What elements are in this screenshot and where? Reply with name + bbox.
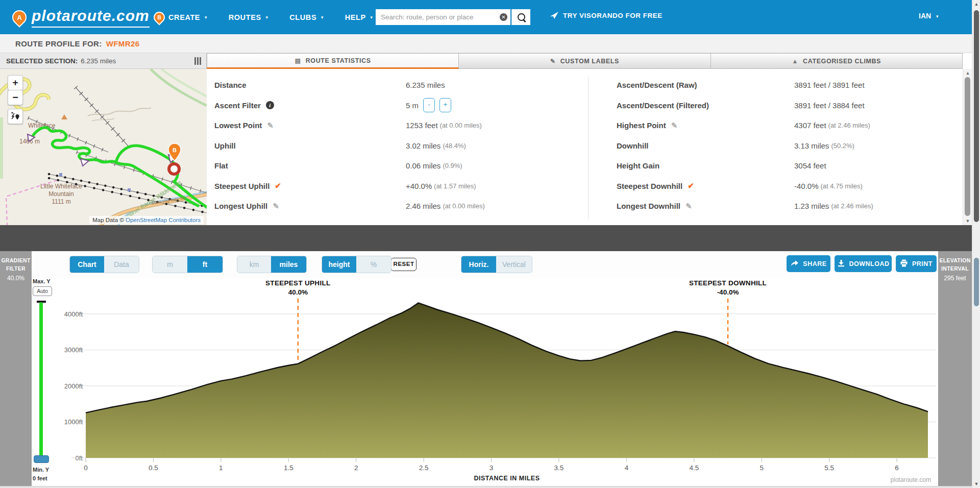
y-slider-min-handle[interactable] (34, 455, 49, 463)
annotation-value: -40.0% (717, 288, 739, 296)
stat-value-ascent-filter: 5 m-+ (406, 95, 451, 115)
edit-pencil-icon[interactable]: ✎ (267, 121, 274, 130)
peak2-name-2: Mountain (48, 190, 74, 198)
toggle-horiz[interactable]: Horiz. (461, 256, 496, 273)
promo-link[interactable]: TRY VISORANDO FOR FREE (550, 12, 663, 19)
stat-label: Downhill (617, 141, 649, 150)
auto-scale-button[interactable]: Auto (33, 286, 52, 296)
stat-row-ascent-descent-filtered-: Ascent/Descent (Filtered) (617, 95, 709, 115)
stat-value-ascent-descent-filtered-: 3891 feet / 3884 feet (794, 95, 865, 115)
page-scrollbar[interactable]: ▲ ▼ (972, 0, 980, 488)
navbar: A plotaroute.com B CREATE▼ROUTES▼CLUBS▼H… (0, 0, 980, 34)
tab-categorised-climbs[interactable]: ▲CATEGORISED CLIMBS (711, 53, 963, 69)
print-button[interactable]: PRINT (896, 255, 937, 272)
download-icon (837, 259, 845, 269)
toggle-%[interactable]: % (356, 256, 391, 273)
share-button[interactable]: SHARE (787, 255, 830, 272)
toggle-ft[interactable]: ft (187, 256, 223, 273)
toggle-miles[interactable]: miles (271, 256, 306, 273)
map-canvas: Whiteface 1466 m Little Whiteface Mounta… (0, 69, 207, 225)
stat-label: Longest Uphill✎ (214, 202, 279, 211)
edit-pencil-icon[interactable]: ✎ (685, 202, 692, 211)
info-icon[interactable]: i (266, 101, 274, 109)
nav-menu-clubs[interactable]: CLUBS▼ (289, 13, 324, 21)
stat-row-steepest-downhill: Steepest Downhill✔ (617, 176, 694, 196)
stat-value-steepest-downhill: -40.0%(at 4.75 miles) (794, 176, 863, 196)
toggle-vertical[interactable]: Vertical (496, 256, 532, 273)
selected-section-bar: SELECTED SECTION: 6.235 miles (0, 53, 207, 69)
search-clear-icon[interactable]: ✕ (500, 13, 507, 21)
edit-pencil-icon[interactable]: ✎ (273, 202, 279, 211)
svg-text:B: B (173, 147, 177, 153)
chart-toolbar: RESET ChartDatamftkmmilesheight%Horiz.Ve… (32, 251, 938, 279)
x-tick-label: 5.5 (824, 464, 834, 472)
y-tick-label: 3000ft (64, 346, 83, 354)
stat-value-steepest-uphill: +40.0%(at 1.57 miles) (406, 176, 476, 196)
search-input[interactable] (376, 13, 500, 21)
panel-resize-grip-icon[interactable] (194, 57, 201, 65)
gradient-filter-title: GRADIENTFILTER (0, 256, 32, 273)
stat-row-flat: Flat (214, 156, 228, 176)
stat-value-longest-uphill: 2.46 miles(at 0.00 miles) (406, 196, 485, 216)
toggle-group: ChartData (69, 256, 139, 273)
stats-tabs: ▤ROUTE STATISTICS✎CUSTOM LABELS▲CATEGORI… (207, 53, 963, 69)
chart-scroll-thumb[interactable] (974, 258, 979, 306)
nav-menu-routes[interactable]: ROUTES▼ (229, 13, 270, 21)
chevron-down-icon: ▼ (935, 14, 939, 19)
map-zoom-out-button[interactable]: − (8, 90, 23, 105)
tab-custom-labels[interactable]: ✎CUSTOM LABELS (459, 53, 710, 69)
gradient-filter-panel: GRADIENTFILTER 40.0% 0.0% (0, 251, 32, 488)
scroll-down-icon[interactable]: ▼ (972, 481, 980, 486)
toggle-chart[interactable]: Chart (70, 256, 104, 273)
reset-colors-button[interactable]: RESET (391, 258, 416, 271)
peak2-elevation: 1111 m (52, 198, 70, 205)
page-scroll-thumb[interactable] (974, 10, 979, 222)
toggle-km[interactable]: km (237, 256, 271, 273)
scroll-down-icon[interactable]: ▼ (963, 218, 972, 224)
site-logo[interactable]: A plotaroute.com B (12, 5, 165, 30)
x-tick-label: 1 (219, 464, 223, 472)
tab-route-statistics[interactable]: ▤ROUTE STATISTICS (207, 53, 459, 69)
nav-menus: CREATE▼ROUTES▼CLUBS▼HELP▼ (168, 0, 374, 34)
stats-scroll-thumb[interactable] (965, 77, 970, 216)
search-box: ✕ (376, 9, 510, 25)
nav-menu-help[interactable]: HELP▼ (345, 13, 374, 21)
increase-button[interactable]: + (439, 98, 451, 112)
route-map[interactable]: Whiteface 1466 m Little Whiteface Mounta… (0, 69, 207, 225)
osm-link[interactable]: OpenStreetMap Contributors (126, 217, 201, 223)
map-zoom-in-button[interactable]: + (8, 75, 23, 90)
y-tick-label: 2000ft (64, 382, 83, 390)
stats-scrollbar[interactable]: ▲ ▼ (963, 69, 972, 225)
y-slider-track[interactable] (39, 302, 43, 461)
edit-pencil-icon[interactable]: ✎ (671, 121, 678, 130)
nav-menu-create[interactable]: CREATE▼ (168, 13, 208, 21)
x-tick-label: 1.5 (284, 464, 293, 472)
map-route-tool-button[interactable] (8, 109, 23, 124)
y-tick-label: 4000ft (64, 310, 83, 318)
annotation-label: STEEPEST DOWNHILL (689, 279, 767, 287)
stat-label: Steepest Uphill✔ (214, 181, 281, 190)
decrease-button[interactable]: - (423, 98, 435, 112)
stat-label: Steepest Downhill✔ (617, 181, 694, 190)
scroll-up-icon[interactable]: ▲ (963, 70, 972, 76)
stat-row-ascent-descent-raw-: Ascent/Descent (Raw) (617, 75, 697, 95)
toggle-data[interactable]: Data (104, 256, 139, 273)
x-tick-label: 0.5 (149, 464, 158, 472)
elevation-chart[interactable]: 0ft1000ft2000ft3000ft4000ft00.511.522.53… (32, 278, 938, 486)
scroll-up-icon[interactable]: ▲ (972, 2, 980, 7)
x-axis-title: DISTANCE IN MILES (474, 475, 540, 482)
download-button[interactable]: DOWNLOAD (835, 255, 892, 272)
chart-watermark: plotaroute.com (891, 476, 931, 483)
x-tick-label: 4.5 (689, 464, 699, 472)
elevation-interval-panel: ELEVATIONINTERVAL 295 feet (938, 251, 972, 488)
stat-row-longest-uphill: Longest Uphill✎ (214, 196, 279, 216)
user-menu[interactable]: IAN ▼ (919, 12, 939, 20)
elevation-interval-title: ELEVATIONINTERVAL (938, 256, 972, 273)
search-button[interactable] (511, 9, 530, 25)
route-name[interactable]: WFMR26 (106, 39, 140, 48)
stat-label: Longest Downhill✎ (617, 202, 692, 211)
toggle-m[interactable]: m (153, 256, 187, 273)
toggle-height[interactable]: height (322, 256, 356, 273)
stat-value-lowest-point: 1253 feet(at 0.00 miles) (406, 115, 482, 135)
navigation-arrow-icon (550, 12, 558, 19)
